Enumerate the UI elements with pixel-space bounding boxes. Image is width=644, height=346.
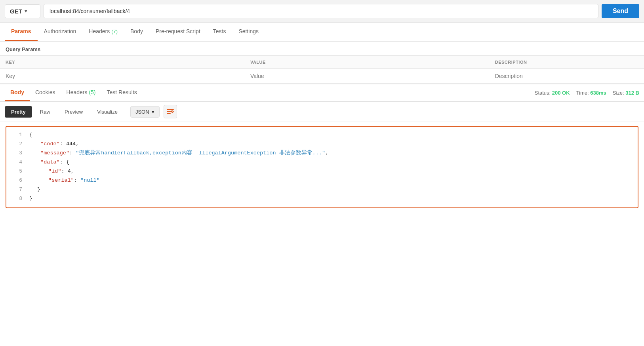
send-button[interactable]: Send [602,4,639,18]
resp-tab-test-results[interactable]: Test Results [101,84,143,101]
tab-settings[interactable]: Settings [232,23,265,41]
json-line-5: 5 "id": 4, [6,167,638,176]
method-label: GET [10,8,22,15]
json-line-1: 1 { [6,131,638,140]
body-view-row: Pretty Raw Preview Visualize JSON ▾ [0,102,644,122]
params-table: KEY VALUE DESCRIPTION [0,55,644,84]
json-line-3: 3 "message": "兜底异常handlerFallback,except… [6,149,638,158]
method-dropdown[interactable]: GET ▾ [5,4,40,18]
json-body: 1 { 2 "code": 444, 3 "message": "兜底异常han… [6,126,638,208]
url-input[interactable] [44,4,598,18]
col-header-description: DESCRIPTION [490,56,644,69]
json-line-4: 4 "data": { [6,158,638,167]
col-header-value: VALUE [245,56,490,69]
resp-tab-body[interactable]: Body [5,84,30,101]
wrap-button[interactable] [164,105,177,118]
view-tab-visualize[interactable]: Visualize [91,106,124,118]
response-tabs-row: Body Cookies Headers (5) Test Results St… [0,84,644,102]
resp-tab-cookies[interactable]: Cookies [30,84,61,101]
chevron-down-icon: ▾ [152,109,154,115]
time-label: Time: 638ms [576,90,606,96]
request-tabs: Params Authorization Headers (7) Body Pr… [0,23,644,42]
view-tab-raw[interactable]: Raw [34,106,57,118]
url-bar: GET ▾ Send [0,0,644,23]
table-row [0,69,644,84]
chevron-down-icon: ▾ [25,8,27,14]
json-line-2: 2 "code": 444, [6,140,638,149]
response-section: Body Cookies Headers (5) Test Results St… [0,84,644,208]
size-value: 312 B [625,90,639,96]
resp-tab-headers[interactable]: Headers (5) [61,84,101,101]
format-dropdown[interactable]: JSON ▾ [130,106,160,118]
tab-headers[interactable]: Headers (7) [82,23,124,41]
time-value: 638ms [590,90,606,96]
query-params-title: Query Params [0,42,644,55]
status-label: Status: 200 OK [535,90,570,96]
json-line-8: 8 } [6,194,638,203]
view-tab-preview[interactable]: Preview [58,106,89,118]
json-line-6: 6 "serial": "null" [6,176,638,185]
view-tab-pretty[interactable]: Pretty [5,106,32,118]
tab-body[interactable]: Body [124,23,149,41]
key-input[interactable] [6,73,239,79]
wrap-icon [166,108,174,116]
tab-tests[interactable]: Tests [207,23,232,41]
response-meta: Status: 200 OK Time: 638ms Size: 312 B [535,90,639,96]
description-input[interactable] [495,73,638,79]
format-label: JSON [135,109,149,115]
tab-authorization[interactable]: Authorization [38,23,83,41]
query-params-section: Query Params KEY VALUE DESCRIPTION [0,42,644,84]
tab-pre-request-script[interactable]: Pre-request Script [149,23,207,41]
value-input[interactable] [250,73,484,79]
col-header-key: KEY [0,56,245,69]
tab-params[interactable]: Params [5,23,38,41]
json-line-7: 7 } [6,185,638,194]
status-value: 200 OK [552,90,570,96]
response-tabs: Body Cookies Headers (5) Test Results [5,84,535,101]
size-label: Size: 312 B [613,90,639,96]
